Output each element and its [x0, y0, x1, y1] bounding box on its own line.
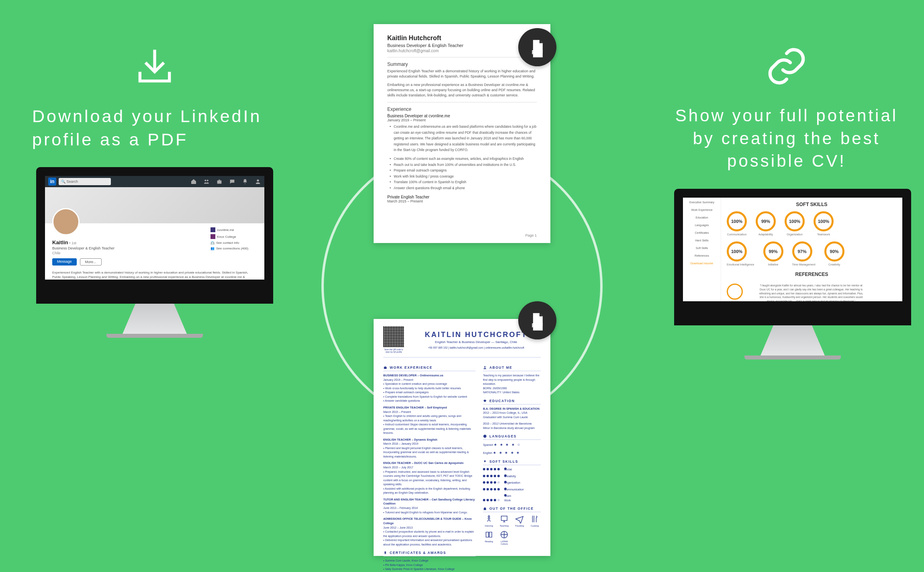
left-panel: Download your LinkedIn profile as a PDF … [32, 44, 277, 338]
see-connections[interactable]: See connections (400) [216, 247, 248, 250]
contact-icon: 📇 [211, 241, 215, 245]
svg-rect-4 [384, 367, 387, 369]
sh-about: ABOUT ME [483, 366, 541, 371]
see-contact[interactable]: See contact info [216, 241, 239, 245]
sidebar-item[interactable]: Work Experience [685, 208, 718, 211]
left-heading: Download your LinkedIn profile as a PDF [32, 104, 277, 151]
sh-cert: CERTIFICATES & AWARDS [383, 551, 476, 556]
profile-description: Experienced English Teacher with a demon… [52, 270, 257, 284]
sh-lang: LANGUAGES [483, 434, 541, 440]
pdf-summary-2: Embarking on a new professional experien… [387, 82, 537, 98]
sidebar-item[interactable]: Executive Summary [685, 201, 718, 204]
network-icon[interactable] [203, 178, 210, 185]
work-entry: ENGLISH TEACHER – Dynamic EnglishMarch 2… [383, 438, 476, 459]
sidebar-item[interactable]: Education [685, 216, 718, 219]
sidebar-item[interactable]: References [685, 254, 718, 257]
traveling-icon [515, 515, 524, 523]
home-icon[interactable] [190, 178, 197, 185]
soft-row: Creativity [483, 474, 541, 479]
styled-cv: Scan the QR code to view my full profile… [374, 319, 550, 556]
message-button[interactable]: Message [52, 258, 77, 266]
reference-quote: "I taught alongside Kaitlin for almost t… [759, 284, 863, 313]
me-icon[interactable] [255, 178, 261, 185]
dancing-icon [484, 515, 493, 523]
profile-degree: • 1st [69, 241, 76, 245]
svg-point-1 [207, 180, 209, 181]
sidebar-item[interactable]: Soft Skills [685, 247, 718, 249]
monitor-foot [744, 355, 841, 360]
svg-point-5 [384, 552, 386, 553]
sidebar-item[interactable]: Languages [685, 224, 718, 227]
more-button[interactable]: More... [80, 258, 102, 266]
pdf-bullet: Cvonline.me and onlineresume.us are web … [394, 124, 537, 153]
right-monitor: Executive Summary Work Experience Educat… [674, 189, 911, 360]
reference-name: Juan Pablo Rodríguez [727, 301, 751, 307]
linkedin-logo-icon: in [48, 178, 56, 186]
monitor-stand [760, 325, 825, 355]
jobs-icon[interactable] [216, 178, 223, 185]
pdf-email: kaitlin.hutchcroft@gmail.com [387, 49, 537, 53]
monitor-foot [106, 334, 203, 338]
right-panel: Show your full potential by creating the… [674, 44, 899, 360]
about-text: Teaching is my passion because I believe… [483, 374, 541, 395]
svg-rect-2 [217, 180, 222, 184]
skill-ring-label: Communication [727, 233, 747, 236]
svg-point-3 [257, 180, 259, 182]
pdf-bullet: Create 80% of content such as example re… [394, 156, 537, 161]
company-icon [211, 227, 215, 232]
pdf-badge-bottom: PDF [518, 301, 556, 339]
sidebar-item[interactable]: Hard Skills [685, 239, 718, 242]
skill-ring: 99% [763, 241, 783, 261]
reference-contact: +56 9 62 ... | jprodriguez.olave@fake-du… [759, 310, 863, 314]
teaching-icon [500, 515, 509, 523]
skill-ring: 100% [785, 211, 805, 231]
notifications-icon[interactable] [242, 178, 248, 185]
sh-work: WORK EXPERIENCE [383, 366, 476, 371]
svg-point-6 [484, 366, 485, 368]
work-entry: PRIVATE ENGLISH TEACHER – Self EmployedM… [383, 406, 476, 435]
pdf-bullet: Reach out to and take leads from 100% of… [394, 162, 537, 168]
linkedin-screen: in 🔍 Search Kaitlin • 1st [36, 167, 273, 304]
skill-rings-row-2: 100%Emotional Intelligence 99%Initiative… [727, 241, 897, 266]
soft-row: Organization [483, 481, 541, 485]
sidebar-item[interactable]: Download resume [685, 262, 718, 265]
school-icon [211, 234, 215, 239]
skill-ring-label: Initiative [763, 263, 783, 266]
pdf-summary-1: Experienced English Teacher with a demon… [387, 69, 537, 79]
pdf-badge-label: PDF [532, 49, 543, 55]
pdf-role: Business Developer & English Teacher [387, 43, 537, 48]
pdf-job-dates: March 2015 – Present [387, 199, 537, 203]
pdf-section-experience: Experience [387, 106, 537, 112]
lang-row: Spanish ★ ★ ★ ★ ☆ [483, 442, 541, 448]
cert-list: • Summa Cum Laude, Knox College • Phi Be… [383, 559, 476, 572]
cv-sidebar: Executive Summary Work Experience Educat… [683, 198, 721, 301]
qr-code-icon [383, 326, 404, 347]
work-entry: ADMISSIONS OFFICE TELECOUNSELOR & TOUR G… [383, 517, 476, 547]
monitor-stand [123, 304, 187, 334]
reading-icon [484, 530, 493, 539]
pdf-badge-label: PDF [532, 322, 543, 329]
edu-entry: 2010 – 2012 Universidad de Barcelona Min… [483, 422, 541, 430]
side-school: Knox College [217, 235, 236, 239]
search-placeholder: Search [67, 180, 78, 184]
cv-name: KAITLIN HUTCHCROFT [411, 331, 541, 339]
sidebar-item[interactable]: Certificates [685, 231, 718, 234]
qr-hint: Scan the QR code to view my full profile [383, 348, 404, 353]
linkedin-topbar: in 🔍 Search [45, 176, 264, 187]
left-monitor: in 🔍 Search Kaitlin • 1st [36, 167, 273, 338]
sh-soft: SOFT SKILLS [483, 460, 541, 465]
pdf-bullet: Prepare email outreach campaigns [394, 168, 537, 173]
reference-role: English Teacher & Mentor – Duoc UC San C… [759, 306, 863, 310]
show-more-link[interactable]: Show more ▾ [52, 296, 257, 300]
profile-avatar [52, 208, 80, 235]
link-icon [765, 44, 809, 88]
skill-ring-label: Organization [785, 233, 805, 236]
pdf-bullet: Answer client questions through email & … [394, 185, 537, 191]
skill-ring: 99% [756, 211, 776, 231]
messaging-icon[interactable] [229, 178, 235, 185]
linkedin-search[interactable]: 🔍 Search [59, 178, 111, 185]
resume-link[interactable]: My Online Resume ↗ [52, 288, 257, 292]
pdf-job-dates: January 2019 – Present [387, 118, 537, 122]
cv-contacts: +56 957 085 152 | kaitlin.hutchcroft@gma… [411, 346, 541, 349]
pdf-bullet: Work with link building / press coverage [394, 174, 537, 179]
